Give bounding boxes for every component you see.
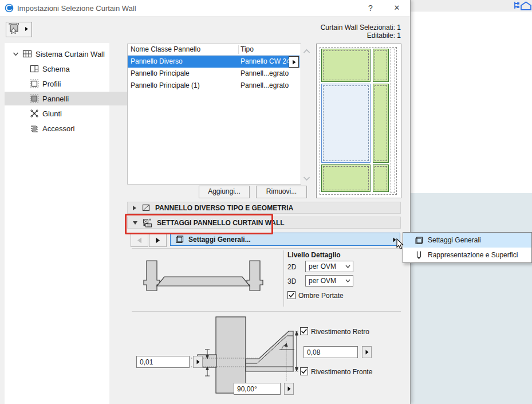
window-title: Impostazioni Selezione Curtain Wall [17, 4, 136, 13]
mouse-cursor [396, 238, 404, 250]
panel-type-icon [141, 203, 151, 212]
accessori-icon [30, 124, 39, 133]
sidebar-item-label: Pannelli [42, 95, 69, 103]
row-type: Pannell...egrato [241, 68, 289, 80]
combo-chevron-icon [345, 279, 350, 283]
profili-icon [30, 79, 39, 88]
thickness-flyout-button[interactable] [362, 346, 372, 358]
rivestimento-fronte-checkbox[interactable] [300, 367, 308, 375]
sidebar-item-label: Giunti [42, 109, 62, 118]
menu-item-rappresentazione[interactable]: Rappresentazione e Superfici [403, 248, 531, 262]
forward-arrow-icon [155, 237, 160, 244]
sidebar-item-schema[interactable]: Schema [5, 62, 135, 76]
back-arrow-icon [137, 237, 142, 244]
thickness-input[interactable] [304, 346, 358, 358]
section-label: PANNELLO DIVERSO TIPO E GEOMETRIA [155, 204, 293, 212]
page-selector-label: Settaggi Generali... [188, 236, 251, 244]
add-button[interactable]: Aggiungi... [199, 186, 250, 198]
rivestimento-retro-checkbox[interactable] [300, 327, 308, 335]
ombre-portate-checkbox[interactable] [287, 291, 295, 299]
combo-value: per OVM [309, 277, 336, 285]
collapsed-arrow-icon [132, 205, 137, 211]
scroll-up-icon[interactable] [303, 48, 310, 55]
table-row-pannello-principale-1[interactable]: Pannello Principale (1) Pannell...egrato [128, 80, 300, 92]
sidebar-tree: Sistema Curtain Wall Schema Profili [5, 43, 109, 404]
help-button[interactable]: ? [362, 2, 379, 14]
panel-outline-icon [415, 236, 423, 245]
sidebar-item-profili[interactable]: Profili [5, 77, 135, 91]
page-context-menu: Settaggi Generali Rappresentazione e Sup… [403, 232, 532, 263]
curtain-wall-grid-icon [22, 49, 32, 58]
preview-panel-green [373, 49, 389, 82]
combo-chevron-icon [345, 265, 350, 269]
title-bar[interactable]: Impostazioni Selezione Curtain Wall ? ✕ [0, 0, 410, 17]
highlight-red-box [125, 214, 273, 234]
navigator-house-icon[interactable] [514, 1, 532, 11]
column-header-nome[interactable]: Nome Classe Pannello [131, 44, 200, 55]
sidebar-item-label: Sistema Curtain Wall [36, 50, 105, 58]
selected-count-label: Curtain Wall Selezionati: 1 [229, 23, 401, 32]
table-row-pannello-diverso[interactable]: Pannello Diverso Pannello CW 24 [128, 56, 300, 68]
angle-input[interactable] [234, 383, 281, 395]
preview-panel-green [373, 84, 389, 163]
table-row-pannello-principale[interactable]: Pannello Principale Pannell...egrato [128, 68, 300, 80]
pannelli-icon [30, 94, 39, 103]
row-name: Pannello Diverso [131, 56, 183, 68]
row-type: Pannello CW 24 [241, 56, 290, 68]
favorites-star-icon [6, 22, 30, 36]
sidebar-item-label: Schema [42, 65, 70, 73]
preview-panel-green [321, 164, 371, 192]
detail-2d-combobox[interactable]: per OVM [305, 261, 353, 272]
desktop-workspace [410, 193, 532, 404]
label-3d: 3D [287, 277, 296, 285]
detail-3d-combobox[interactable]: per OVM [305, 275, 353, 287]
sidebar-item-pannelli[interactable]: Pannelli [5, 92, 135, 105]
sidebar-item-sistema-curtain-wall[interactable]: Sistema Curtain Wall [5, 47, 117, 61]
column-divider[interactable] [238, 45, 239, 54]
editable-count-label: Editabile: 1 [229, 32, 401, 40]
plumb-u-icon [415, 250, 423, 260]
check-icon [301, 368, 308, 375]
sidebar-item-accessori[interactable]: Accessori [5, 121, 135, 135]
flyout-arrow-icon [292, 60, 296, 65]
combo-value: per OVM [309, 262, 336, 270]
screen: Impostazioni Selezione Curtain Wall ? ✕ … [0, 0, 532, 404]
check-icon [301, 328, 308, 335]
sidebar-item-label: Accessori [42, 124, 74, 133]
panel-section-drawing [137, 258, 269, 295]
row-name: Pannello Principale [131, 68, 190, 80]
preview-panel-green [373, 164, 389, 192]
section-pannello-diverso-tipo[interactable]: PANNELLO DIVERSO TIPO E GEOMETRIA [127, 202, 401, 214]
menu-item-label: Rappresentazione e Superfici [428, 251, 518, 259]
detail-level-title: Livello Dettaglio [287, 251, 341, 259]
page-panel-icon [175, 235, 184, 244]
angle-flyout-button[interactable] [284, 383, 294, 395]
rivestimento-fronte-label: Rivestimento Fronte [311, 368, 372, 376]
panel-class-table: Nome Classe Pannello Tipo Pannello Diver… [127, 44, 301, 185]
favorites-button[interactable] [6, 22, 32, 37]
rivestimento-retro-label: Rivestimento Retro [311, 328, 369, 336]
row-type: Pannell...egrato [241, 80, 289, 92]
preview-panel-selected-blue [321, 84, 371, 163]
flyout-arrow-icon [365, 350, 369, 355]
column-header-tipo[interactable]: Tipo [241, 44, 254, 55]
offset-flyout-button[interactable] [193, 356, 203, 368]
nav-back-button[interactable] [131, 233, 148, 247]
offset-input[interactable] [136, 356, 190, 368]
nav-forward-button[interactable] [149, 233, 167, 247]
type-flyout-button[interactable] [289, 56, 299, 68]
page-selector-bar[interactable]: Settaggi Generali... [170, 233, 400, 246]
app-logo-icon [5, 3, 14, 13]
scroll-down-icon[interactable] [303, 175, 310, 182]
close-button[interactable]: ✕ [388, 2, 405, 14]
ombre-portate-label: Ombre Portate [298, 292, 344, 300]
remove-button[interactable]: Rimuovi... [256, 186, 307, 198]
chevron-down-icon[interactable] [13, 52, 19, 57]
menu-item-settaggi-generali[interactable]: Settaggi Generali [403, 233, 531, 248]
curtain-wall-settings-dialog: Impostazioni Selezione Curtain Wall ? ✕ … [0, 0, 411, 404]
sidebar-item-giunti[interactable]: Giunti [5, 107, 135, 120]
curtain-wall-preview [316, 44, 401, 198]
sidebar-item-label: Profili [42, 80, 61, 88]
preview-panel-green [321, 49, 371, 82]
flyout-arrow-icon [196, 359, 200, 364]
